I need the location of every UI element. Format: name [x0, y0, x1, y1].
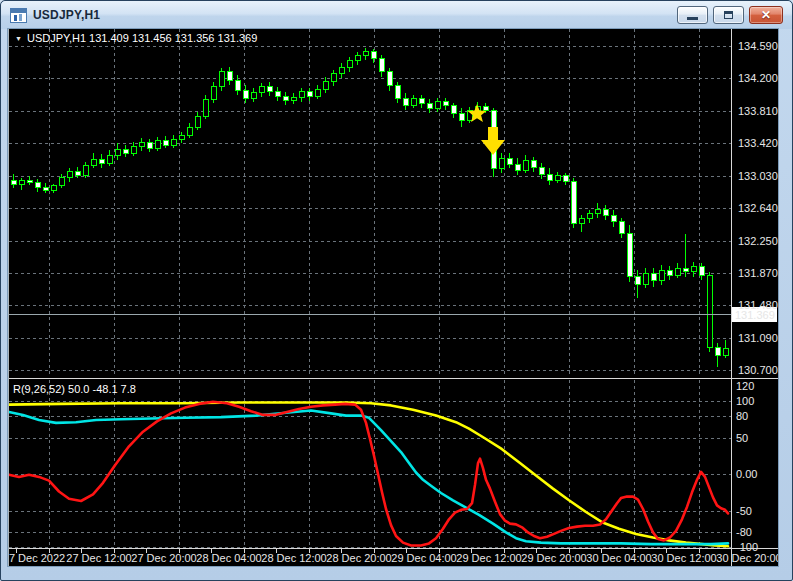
candle-body — [179, 135, 184, 139]
candle-body — [379, 58, 384, 71]
candle-body — [587, 213, 592, 218]
candle-body — [611, 216, 616, 222]
candle-body — [163, 141, 168, 145]
candle-body — [83, 165, 88, 175]
ohlc-info-text: USDJPY,H1 131.409 131.456 131.356 131.36… — [27, 32, 257, 44]
candle-body — [403, 98, 408, 105]
oscillator-scale-label: 80 — [736, 410, 748, 422]
candles — [11, 48, 728, 366]
candle-body — [579, 218, 584, 223]
price-axis-label: 132.640 — [738, 202, 778, 214]
chart-window: USDJPY,H1 ✕ 131.369134.590134.200133.810… — [0, 0, 793, 581]
candle-body — [235, 80, 240, 91]
restore-button[interactable] — [713, 6, 744, 24]
price-axis-label: 131.870 — [738, 267, 778, 279]
candle-body — [555, 176, 560, 180]
sell-arrow-icon[interactable] — [481, 127, 505, 155]
price-axis-label: 131.480 — [738, 299, 778, 311]
candle-body — [283, 97, 288, 101]
candle-body — [443, 102, 448, 106]
candle-body — [243, 91, 248, 98]
time-axis-label: 30 Dec 12:00 — [651, 552, 716, 564]
candle-body — [267, 87, 272, 92]
candle-body — [227, 72, 232, 80]
oscillator-scale-label: 50 — [736, 432, 748, 444]
oscillator-scale-label: -80 — [736, 526, 752, 538]
time-axis-label: 29 Dec 12:00 — [456, 552, 521, 564]
candle-body — [171, 139, 176, 145]
candle-body — [307, 92, 312, 97]
close-icon: ✕ — [761, 9, 771, 21]
price-axis-label: 131.090 — [738, 332, 778, 344]
oscillator-fast-line — [9, 402, 728, 546]
candle-body — [123, 149, 128, 153]
candle-body — [315, 89, 320, 96]
candle-body — [35, 183, 40, 188]
window-controls: ✕ — [677, 6, 783, 24]
candle-body — [139, 143, 144, 147]
candle-body — [643, 273, 648, 284]
candle-body — [363, 52, 368, 55]
candle-body — [275, 92, 280, 97]
chart-canvas[interactable]: 131.369134.590134.200133.810133.420133.0… — [8, 29, 778, 566]
candle-body — [571, 182, 576, 224]
candle-body — [251, 93, 256, 99]
time-axis-label: 28 Dec 20:00 — [326, 552, 391, 564]
candle-body — [131, 147, 136, 154]
candle-body — [347, 61, 352, 68]
symbol-dropdown-icon[interactable]: ▼ — [15, 35, 22, 42]
candle-body — [331, 73, 336, 81]
candle-body — [547, 174, 552, 180]
candle-body — [691, 267, 696, 272]
candle-body — [147, 143, 152, 149]
candle-body — [627, 233, 632, 276]
candle-body — [451, 106, 456, 113]
candle-body — [323, 82, 328, 89]
title-bar[interactable]: USDJPY,H1 ✕ — [1, 1, 792, 29]
oscillator-scale-label: 120 — [736, 380, 754, 392]
time-axis-label: 28 Dec 04:00 — [196, 552, 261, 564]
candle-body — [419, 98, 424, 103]
time-axis-label: 29 Dec 20:00 — [521, 552, 586, 564]
candle-body — [99, 159, 104, 163]
candle-body — [499, 158, 504, 168]
oscillator-slow-line — [9, 403, 728, 547]
candle-body — [603, 209, 608, 216]
axis-labels: 134.590134.200133.810133.420133.030132.6… — [8, 40, 778, 564]
panel-separators — [8, 29, 778, 566]
candle-body — [435, 102, 440, 109]
candle-body — [67, 172, 72, 178]
price-axis-label: 133.420 — [738, 137, 778, 149]
candle-body — [355, 55, 360, 61]
candle-body — [395, 85, 400, 98]
time-axis-label: 28 Dec 12:00 — [261, 552, 326, 564]
time-axis-label: 29 Dec 04:00 — [391, 552, 456, 564]
candle-body — [563, 176, 568, 182]
candle-body — [507, 158, 512, 164]
candle-body — [515, 164, 520, 170]
candle-body — [595, 209, 600, 213]
candle-body — [299, 92, 304, 98]
close-button[interactable]: ✕ — [749, 6, 783, 24]
candle-body — [19, 181, 24, 184]
candle-body — [675, 268, 680, 275]
candle-body — [683, 268, 688, 271]
time-axis-label: 27 Dec 20:00 — [131, 552, 196, 564]
candle-body — [667, 270, 672, 275]
candle-body — [635, 277, 640, 284]
candle-body — [219, 72, 224, 87]
candle-body — [11, 180, 16, 184]
indicator-label: R(9,26,52) 50.0 -48.1 7.8 — [13, 383, 136, 395]
candle-body — [259, 87, 264, 93]
minimize-button[interactable] — [677, 6, 708, 24]
candle-body — [459, 113, 464, 120]
chart-client-area: 131.369134.590134.200133.810133.420133.0… — [8, 29, 778, 566]
restore-icon — [724, 11, 733, 19]
price-axis-label: 133.030 — [738, 170, 778, 182]
candle-body — [387, 72, 392, 85]
ohlc-info-line: ▼USDJPY,H1 131.409 131.456 131.356 131.3… — [15, 32, 257, 44]
chart-window-icon[interactable] — [10, 8, 27, 23]
candle-body — [187, 128, 192, 135]
candle-body — [195, 117, 200, 128]
candle-body — [291, 98, 296, 101]
